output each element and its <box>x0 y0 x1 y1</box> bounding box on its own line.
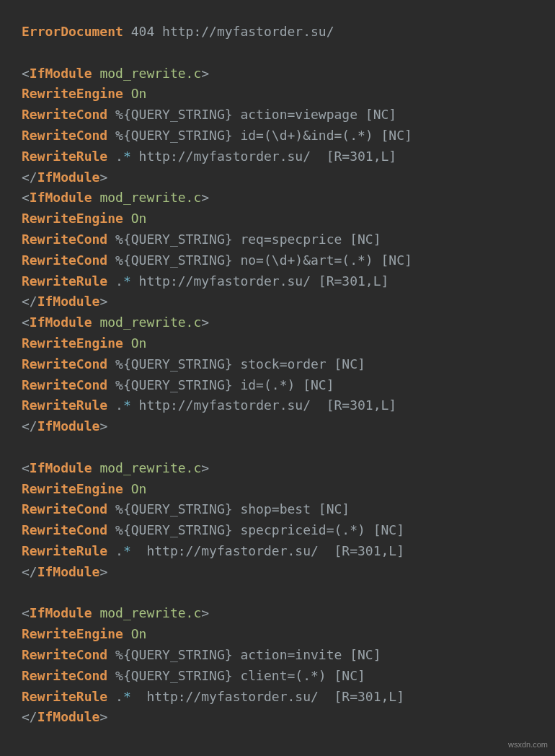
token-ang: > <box>201 460 209 475</box>
token-txt <box>92 190 100 205</box>
token-txt: %{QUERY_STRING} specpriceid=(.*) [NC] <box>107 522 404 537</box>
code-line: RewriteRule .* http://myfastorder.su/ [R… <box>22 397 396 413</box>
code-line: RewriteEngine On <box>22 626 146 641</box>
token-ang: > <box>201 315 209 330</box>
watermark: wsxdn.com <box>508 739 548 752</box>
token-txt: http://myfastorder.su/ [R=301,L] <box>131 689 404 704</box>
token-str: mod_rewrite.c <box>99 460 201 475</box>
token-dir: RewriteCond <box>22 647 107 662</box>
code-line: RewriteRule .* http://myfastorder.su/ [R… <box>22 543 404 558</box>
token-dir: IfModule <box>37 418 100 434</box>
code-line: RewriteCond %{QUERY_STRING} stock=order … <box>22 356 365 372</box>
token-dir: IfModule <box>37 170 100 185</box>
token-txt <box>107 689 115 704</box>
token-txt: %{QUERY_STRING} id=(.*) [NC] <box>107 377 334 392</box>
token-str: mod_rewrite.c <box>99 190 201 205</box>
token-dir: RewriteEngine <box>22 626 123 641</box>
token-str: On <box>131 626 147 641</box>
token-dir: IfModule <box>37 294 100 309</box>
token-txt <box>107 543 115 558</box>
token-ang: > <box>99 709 107 724</box>
token-ang: > <box>201 66 209 81</box>
code-line: </IfModule> <box>22 418 107 434</box>
token-dir: RewriteCond <box>22 668 107 683</box>
token-dir: RewriteCond <box>22 232 107 247</box>
code-line: <IfModule mod_rewrite.c> <box>22 315 209 330</box>
token-wild: . <box>115 543 123 558</box>
token-ang: > <box>99 564 107 579</box>
code-line: </IfModule> <box>22 170 107 185</box>
token-wild: . <box>115 149 123 164</box>
token-str: On <box>131 211 147 226</box>
token-dir: RewriteEngine <box>22 86 123 101</box>
token-dir: IfModule <box>30 605 92 620</box>
token-str: On <box>131 86 147 101</box>
token-txt: %{QUERY_STRING} action=invite [NC] <box>107 647 381 662</box>
token-txt <box>107 273 115 289</box>
code-line: RewriteCond %{QUERY_STRING} action=invit… <box>22 647 381 662</box>
code-line: RewriteCond %{QUERY_STRING} req=specpric… <box>22 232 381 247</box>
token-dir: IfModule <box>30 66 92 81</box>
code-line: RewriteCond %{QUERY_STRING} shop=best [N… <box>22 501 350 517</box>
code-line: RewriteRule .* http://myfastorder.su/ [R… <box>22 689 404 704</box>
token-dir: IfModule <box>37 709 100 724</box>
code-line: RewriteRule .* http://myfastorder.su/ [R… <box>22 273 388 289</box>
token-wild: . <box>115 273 123 289</box>
code-line: <IfModule mod_rewrite.c> <box>22 190 209 205</box>
token-dir: RewriteCond <box>22 522 107 537</box>
token-star: * <box>123 397 131 413</box>
token-dir: RewriteRule <box>22 149 107 164</box>
token-dir: RewriteRule <box>22 689 107 704</box>
token-str: On <box>131 335 147 351</box>
token-txt: http://myfastorder.su/ [R=301,L] <box>131 273 389 289</box>
token-ang: < <box>22 315 30 330</box>
token-str: mod_rewrite.c <box>99 315 201 330</box>
code-line: </IfModule> <box>22 564 107 579</box>
token-ang: > <box>99 170 107 185</box>
code-line: RewriteCond %{QUERY_STRING} client=(.*) … <box>22 668 365 683</box>
token-txt <box>92 315 100 330</box>
token-dir: RewriteEngine <box>22 211 123 226</box>
token-txt <box>92 460 100 475</box>
token-str: On <box>131 481 147 496</box>
code-line: RewriteRule .* http://myfastorder.su/ [R… <box>22 149 396 164</box>
token-dir: RewriteEngine <box>22 335 123 351</box>
token-txt <box>107 397 115 413</box>
token-ang: < <box>22 190 30 205</box>
token-str: mod_rewrite.c <box>99 605 201 620</box>
token-dir: RewriteCond <box>22 252 107 268</box>
token-dir: IfModule <box>30 190 92 205</box>
token-txt: 404 http://myfastorder.su/ <box>123 24 334 39</box>
code-line: <IfModule mod_rewrite.c> <box>22 66 209 81</box>
token-star: * <box>123 689 131 704</box>
token-ang: < <box>22 460 30 475</box>
token-str: mod_rewrite.c <box>99 66 201 81</box>
code-line: RewriteCond %{QUERY_STRING} id=(\d+)&ind… <box>22 128 412 143</box>
token-dir: RewriteRule <box>22 543 107 558</box>
code-line: RewriteEngine On <box>22 481 146 496</box>
token-txt: %{QUERY_STRING} no=(\d+)&art=(.*) [NC] <box>107 252 412 268</box>
token-txt <box>123 335 131 351</box>
token-dir: RewriteCond <box>22 128 107 143</box>
token-ang: > <box>99 418 107 434</box>
token-ang: </ <box>22 170 37 185</box>
token-txt <box>123 626 131 641</box>
token-txt: %{QUERY_STRING} stock=order [NC] <box>107 356 365 372</box>
token-txt <box>92 66 100 81</box>
token-dir: IfModule <box>37 564 100 579</box>
token-dir: RewriteCond <box>22 107 107 122</box>
token-dir: RewriteCond <box>22 356 107 372</box>
code-line: RewriteEngine On <box>22 86 146 101</box>
token-txt: http://myfastorder.su/ [R=301,L] <box>131 397 396 413</box>
token-txt: %{QUERY_STRING} action=viewpage [NC] <box>107 107 396 122</box>
token-dir: RewriteCond <box>22 377 107 392</box>
token-wild: . <box>115 689 123 704</box>
code-line: </IfModule> <box>22 709 107 724</box>
code-line: RewriteCond %{QUERY_STRING} id=(.*) [NC] <box>22 377 334 392</box>
token-dir: IfModule <box>30 460 92 475</box>
token-txt: %{QUERY_STRING} req=specprice [NC] <box>107 232 381 247</box>
token-txt <box>92 605 100 620</box>
code-block: ErrorDocument 404 http://myfastorder.su/… <box>0 0 555 728</box>
token-star: * <box>123 543 131 558</box>
token-ang: </ <box>22 709 37 724</box>
